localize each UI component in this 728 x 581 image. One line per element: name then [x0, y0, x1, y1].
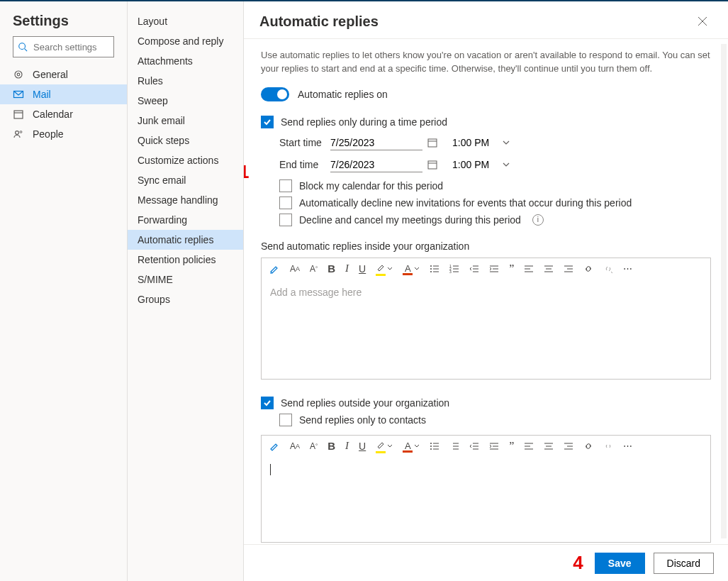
font-family-icon[interactable]: AA	[290, 264, 300, 274]
svg-point-17	[430, 268, 432, 270]
subnav-smime[interactable]: S/MIME	[128, 270, 243, 289]
indent-button[interactable]	[489, 441, 499, 451]
category-label: Mail	[33, 89, 51, 100]
subnav-groups[interactable]: Groups	[128, 289, 243, 309]
quote-button[interactable]: ”	[509, 440, 514, 453]
subnav-quicksteps[interactable]: Quick steps	[128, 131, 243, 150]
underline-button[interactable]: U	[359, 263, 366, 275]
font-family-icon[interactable]: AA	[290, 441, 300, 451]
bullet-list-button[interactable]	[430, 441, 439, 451]
number-list-button[interactable]	[449, 441, 459, 451]
chevron-down-icon[interactable]	[502, 160, 510, 169]
svg-point-7	[16, 131, 19, 135]
svg-point-19	[430, 271, 432, 272]
outdent-button[interactable]	[469, 264, 479, 274]
main-panel: Automatic replies Use automatic replies …	[244, 1, 728, 581]
time-period-checkbox[interactable]	[261, 116, 274, 128]
discard-button[interactable]: Discard	[654, 553, 714, 574]
only-contacts-checkbox[interactable]	[279, 414, 292, 426]
font-size-icon[interactable]: A°	[310, 264, 318, 274]
highlight-button[interactable]	[376, 262, 393, 275]
end-date-input[interactable]	[330, 157, 422, 172]
align-right-button[interactable]	[564, 264, 573, 274]
decline-cancel-checkbox[interactable]	[279, 214, 292, 226]
outside-editor: AA A° B I U A	[261, 435, 711, 543]
format-painter-icon[interactable]	[269, 263, 280, 275]
more-button[interactable]: ⋯	[623, 263, 632, 274]
end-time-input[interactable]	[452, 157, 493, 172]
start-date-input[interactable]	[330, 135, 422, 150]
chevron-down-icon	[387, 443, 393, 449]
subnav-rules[interactable]: Rules	[128, 71, 243, 91]
category-people[interactable]: People	[0, 124, 127, 144]
outside-checkbox[interactable]	[261, 397, 274, 409]
editor-placeholder: Add a message here	[270, 287, 362, 298]
format-painter-icon[interactable]	[269, 441, 280, 452]
subnav-attachments[interactable]: Attachments	[128, 51, 243, 71]
italic-button[interactable]: I	[345, 262, 349, 275]
subnav-msghandling[interactable]: Message handling	[128, 190, 243, 210]
save-button[interactable]: Save	[595, 553, 645, 574]
decline-new-checkbox[interactable]	[279, 197, 292, 209]
bold-button[interactable]: B	[327, 440, 335, 452]
inside-editor: AA A° B I U A	[261, 258, 711, 380]
align-left-button[interactable]	[524, 264, 534, 274]
svg-line-42	[611, 272, 612, 273]
category-mail[interactable]: Mail	[0, 84, 127, 104]
unlink-button[interactable]	[603, 441, 613, 451]
bold-button[interactable]: B	[327, 262, 335, 275]
font-size-icon[interactable]: A°	[310, 441, 318, 451]
category-calendar[interactable]: Calendar	[0, 104, 127, 124]
start-time-input[interactable]	[452, 135, 493, 150]
subnav-sweep[interactable]: Sweep	[128, 91, 243, 111]
subnav-customize[interactable]: Customize actions	[128, 150, 243, 170]
svg-point-47	[430, 448, 432, 450]
unlink-button[interactable]	[603, 264, 613, 274]
svg-point-3	[17, 73, 20, 76]
italic-button[interactable]: I	[345, 440, 349, 452]
outdent-button[interactable]	[469, 441, 479, 451]
subnav-forwarding[interactable]: Forwarding	[128, 210, 243, 230]
link-button[interactable]	[583, 441, 593, 451]
quote-button[interactable]: ”	[509, 262, 514, 275]
start-time-label: Start time	[279, 137, 330, 148]
calendar-icon[interactable]	[427, 137, 438, 148]
link-button[interactable]	[583, 264, 593, 274]
subnav-retention[interactable]: Retention policies	[128, 250, 243, 270]
outside-editor-body[interactable]	[262, 457, 710, 542]
highlight-button[interactable]	[376, 440, 393, 452]
svg-point-2	[15, 71, 22, 78]
search-settings-box[interactable]	[13, 36, 114, 57]
inside-editor-body[interactable]: Add a message here	[262, 280, 710, 379]
align-center-button[interactable]	[544, 264, 554, 274]
chevron-down-icon[interactable]	[502, 138, 510, 147]
underline-button[interactable]: U	[359, 441, 366, 452]
settings-sidebar: Settings General Mail Calendar Peopl	[0, 1, 128, 581]
subnav-junk[interactable]: Junk email	[128, 111, 243, 131]
footer: 4 Save Discard	[244, 544, 728, 581]
autoreplies-toggle-label: Automatic replies on	[298, 89, 388, 100]
align-left-button[interactable]	[524, 441, 534, 451]
font-color-button[interactable]: A	[403, 263, 420, 274]
indent-button[interactable]	[489, 264, 499, 274]
subnav-layout[interactable]: Layout	[128, 11, 243, 31]
font-color-button[interactable]: A	[403, 441, 420, 451]
subnav-autoreplies[interactable]: Automatic replies	[128, 230, 243, 250]
subnav-sync[interactable]: Sync email	[128, 170, 243, 190]
align-right-button[interactable]	[564, 441, 573, 451]
svg-point-8	[20, 131, 22, 133]
subnav-compose[interactable]: Compose and reply	[128, 31, 243, 51]
autoreplies-toggle[interactable]	[261, 87, 289, 101]
category-general[interactable]: General	[0, 65, 127, 84]
search-input[interactable]	[32, 41, 109, 53]
info-icon[interactable]: i	[532, 214, 544, 226]
align-center-button[interactable]	[544, 441, 554, 451]
block-calendar-checkbox[interactable]	[279, 179, 292, 192]
chevron-down-icon	[414, 266, 420, 272]
number-list-button[interactable]: 123	[449, 264, 459, 274]
more-button[interactable]: ⋯	[623, 441, 632, 451]
annotation-4: 4	[573, 552, 583, 574]
bullet-list-button[interactable]	[430, 264, 439, 274]
calendar-icon[interactable]	[427, 159, 438, 170]
close-button[interactable]	[693, 11, 712, 31]
